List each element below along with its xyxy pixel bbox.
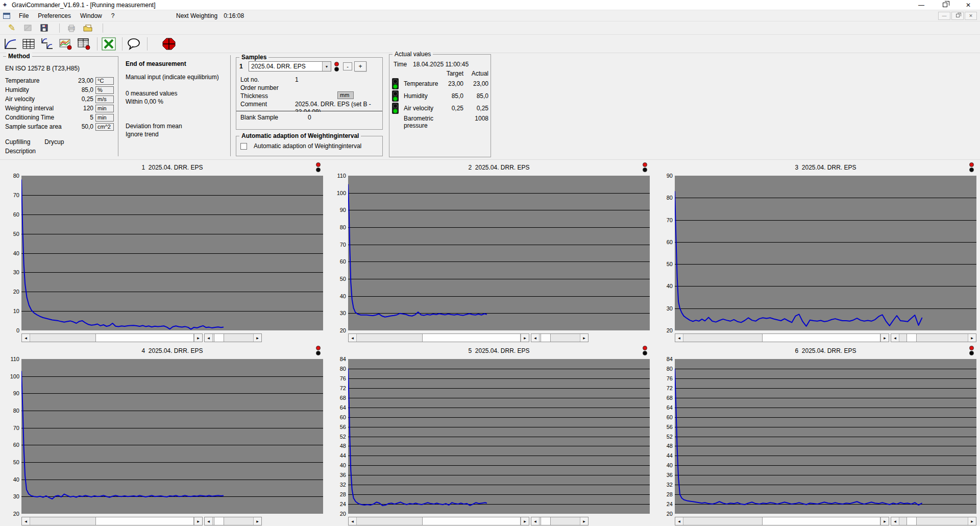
y-tick-label: 36: [654, 472, 673, 478]
comment-button[interactable]: [126, 36, 142, 52]
title-bar: ✦ GraviCommander_V1.69.1 - [Running meas…: [0, 0, 980, 10]
stop-measurement-button[interactable]: [161, 36, 177, 52]
scroll-left-button[interactable]: ◀: [349, 517, 357, 525]
y-tick-label: 72: [654, 385, 673, 391]
chart-h-scrollbar-narrow[interactable]: ◀▶: [891, 333, 976, 342]
chart-h-scrollbar-narrow[interactable]: ◀▶: [531, 517, 589, 525]
scroll-right-button[interactable]: ▶: [521, 517, 529, 525]
curve-view-button[interactable]: [2, 36, 18, 52]
scroll-right-button[interactable]: ▶: [968, 517, 976, 525]
scrollbar-track[interactable]: [683, 334, 880, 342]
scroll-right-button[interactable]: ▶: [253, 334, 261, 342]
chevron-down-icon[interactable]: ▼: [322, 62, 331, 71]
close-button[interactable]: ✕: [957, 0, 980, 10]
scroll-right-button[interactable]: ▶: [580, 334, 588, 342]
actual-row-temperature: Temperature 23,00 23,00: [389, 79, 491, 90]
scroll-left-button[interactable]: ◀: [675, 517, 683, 525]
menu-file[interactable]: File: [14, 10, 33, 21]
auto-adaption-checkbox[interactable]: [240, 143, 247, 150]
scrollbar-thumb[interactable]: [95, 334, 194, 342]
chart-balance-view-button[interactable]: [57, 36, 74, 52]
scroll-right-button[interactable]: ▶: [580, 517, 588, 525]
scroll-left-button[interactable]: ◀: [675, 334, 683, 342]
scrollbar-track[interactable]: [357, 334, 521, 342]
sample-select[interactable]: 2025.04. DRR. EPS ▼: [249, 61, 331, 71]
chart-h-scrollbar-narrow[interactable]: ◀▶: [891, 517, 976, 525]
chart-h-scrollbar-narrow[interactable]: ◀▶: [204, 517, 262, 525]
scroll-left-button[interactable]: ◀: [22, 517, 30, 525]
scroll-right-button[interactable]: ▶: [968, 334, 976, 342]
scrollbar-thumb[interactable]: [906, 334, 917, 342]
sample-plus-button[interactable]: +: [354, 61, 366, 71]
excel-export-button[interactable]: [101, 36, 117, 52]
chart-h-scrollbar-wide[interactable]: ◀▶: [348, 517, 529, 525]
scroll-right-button[interactable]: ▶: [194, 334, 202, 342]
scrollbar-thumb[interactable]: [214, 334, 224, 342]
sample-minus-button[interactable]: -: [343, 62, 352, 70]
scrollbar-track[interactable]: [540, 517, 580, 525]
mdi-minimize-button[interactable]: —: [938, 12, 950, 20]
scrollbar-thumb[interactable]: [541, 517, 551, 525]
table-view-button[interactable]: [20, 36, 37, 52]
mdi-child-icon[interactable]: [3, 13, 10, 19]
restore-button[interactable]: [933, 0, 957, 10]
multi-curve-view-button[interactable]: [39, 36, 55, 52]
minimize-button[interactable]: —: [910, 0, 933, 10]
mdi-restore-button[interactable]: [951, 12, 964, 20]
scroll-right-button[interactable]: ▶: [194, 517, 202, 525]
chart-h-scrollbar-narrow[interactable]: ◀▶: [531, 333, 589, 342]
scroll-right-button[interactable]: ▶: [880, 334, 889, 342]
chart-h-scrollbar-wide[interactable]: ◀▶: [675, 333, 889, 342]
mdi-close-button[interactable]: ✕: [965, 12, 977, 20]
chart-h-scrollbar-wide[interactable]: ◀▶: [348, 333, 529, 342]
scrollbar-track[interactable]: [30, 334, 194, 342]
scroll-left-button[interactable]: ◀: [205, 334, 213, 342]
lot-no-value: 1: [295, 76, 299, 83]
scrollbar-thumb[interactable]: [422, 517, 521, 525]
open-folder-button[interactable]: [81, 22, 94, 34]
scroll-left-button[interactable]: ◀: [531, 334, 540, 342]
scrollbar-track[interactable]: [30, 517, 194, 525]
method-value: 120: [69, 105, 93, 112]
off-light-icon: [393, 104, 398, 108]
chart-plot-area: [348, 176, 650, 330]
chart-h-scrollbar-wide[interactable]: ◀▶: [21, 333, 203, 342]
menu-help[interactable]: ?: [107, 10, 119, 21]
scroll-right-button[interactable]: ▶: [253, 517, 261, 525]
print-button-disabled[interactable]: [65, 22, 78, 34]
scrollbar-track[interactable]: [540, 334, 580, 342]
scrollbar-track[interactable]: [213, 334, 253, 342]
scrollbar-thumb[interactable]: [541, 334, 551, 342]
scrollbar-track[interactable]: [899, 517, 968, 525]
scrollbar-track[interactable]: [683, 517, 880, 525]
chart-h-scrollbar-wide[interactable]: ◀▶: [675, 517, 889, 525]
table-balance-view-button[interactable]: [76, 36, 92, 52]
scrollbar-track[interactable]: [357, 517, 521, 525]
preview-button-disabled[interactable]: [21, 22, 35, 34]
scrollbar-thumb[interactable]: [762, 334, 880, 342]
scrollbar-thumb[interactable]: [214, 517, 224, 525]
menu-preferences[interactable]: Preferences: [33, 10, 76, 21]
scrollbar-thumb[interactable]: [762, 517, 880, 525]
scrollbar-thumb[interactable]: [422, 334, 521, 342]
scroll-right-button[interactable]: ▶: [880, 517, 889, 525]
multi-curve-icon: [40, 38, 54, 50]
save-image-button[interactable]: [38, 22, 51, 34]
scroll-left-button[interactable]: ◀: [891, 517, 899, 525]
scroll-left-button[interactable]: ◀: [531, 517, 540, 525]
chart-h-scrollbar-wide[interactable]: ◀▶: [21, 517, 203, 525]
scrollbar-thumb[interactable]: [906, 517, 917, 525]
scroll-left-button[interactable]: ◀: [22, 334, 30, 342]
y-tick-label: 40: [654, 462, 673, 468]
scroll-left-button[interactable]: ◀: [205, 517, 213, 525]
scroll-left-button[interactable]: ◀: [891, 334, 899, 342]
menu-window[interactable]: Window: [76, 10, 107, 21]
scrollbar-track[interactable]: [213, 517, 253, 525]
chart-h-scrollbar-narrow[interactable]: ◀▶: [204, 333, 262, 342]
scroll-left-button[interactable]: ◀: [349, 334, 357, 342]
order-number-label: Order number: [240, 84, 279, 91]
scrollbar-thumb[interactable]: [95, 517, 194, 525]
scroll-right-button[interactable]: ▶: [521, 334, 529, 342]
scrollbar-track[interactable]: [899, 334, 968, 342]
edit-pencil-button[interactable]: ✎: [5, 22, 18, 34]
